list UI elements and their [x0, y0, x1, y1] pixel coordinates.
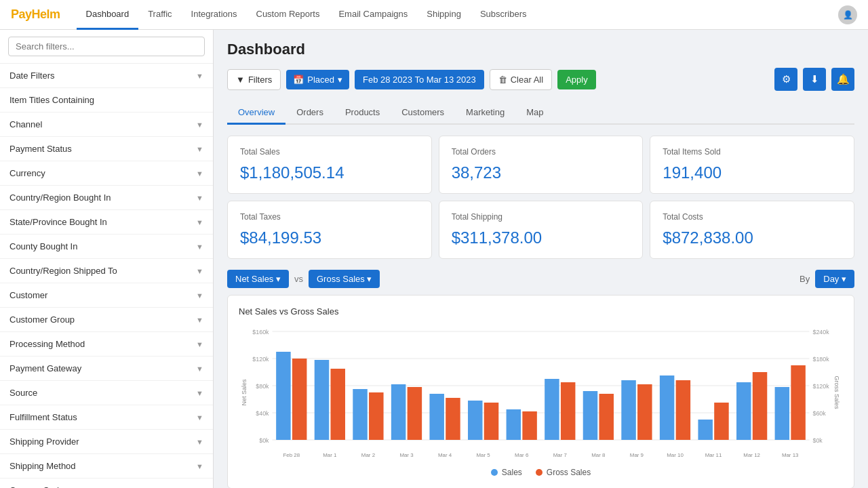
- nav-link-shipping[interactable]: Shipping: [417, 0, 471, 30]
- chevron-icon: ▼: [196, 194, 203, 202]
- nav-link-email-campaigns[interactable]: Email Campaigns: [329, 0, 417, 30]
- settings-icon-button[interactable]: ⚙: [774, 68, 797, 91]
- svg-text:$120k: $120k: [812, 383, 829, 390]
- metric-value: $311,378.00: [452, 228, 631, 247]
- user-avatar[interactable]: 👤: [838, 5, 857, 24]
- nav-link-dashboard[interactable]: Dashboard: [77, 0, 139, 30]
- svg-rect-55: [791, 365, 805, 440]
- tab-orders[interactable]: Orders: [285, 102, 334, 125]
- nav-link-traffic[interactable]: Traffic: [138, 0, 181, 30]
- bell-icon-button[interactable]: 🔔: [831, 68, 854, 91]
- date-picker[interactable]: 📅 Placed ▾: [286, 70, 349, 89]
- day-button[interactable]: Day ▾: [815, 270, 854, 288]
- vs-text: vs: [294, 274, 303, 284]
- legend-sales: Sales: [491, 468, 522, 477]
- date-range-display[interactable]: Feb 28 2023 To Mar 13 2023: [355, 70, 484, 89]
- filter-list: Date Filters▼Item Titles ContainingChann…: [0, 64, 213, 488]
- metric-value: 38,723: [452, 163, 631, 182]
- nav-link-custom-reports[interactable]: Custom Reports: [247, 0, 330, 30]
- chevron-icon: ▼: [196, 413, 203, 422]
- day-label: Day: [823, 274, 839, 284]
- chart-svg: $0k$0k$40k$60k$80k$120k$120k$180k$160k$2…: [239, 325, 843, 460]
- svg-text:$0k: $0k: [259, 437, 269, 444]
- filter-item-customer-group[interactable]: Customer Group▼: [0, 308, 213, 332]
- metric-value: $84,199.53: [240, 228, 419, 247]
- svg-text:Gross Sales: Gross Sales: [833, 376, 840, 409]
- search-input[interactable]: [8, 37, 205, 56]
- filter-item-customer[interactable]: Customer▼: [0, 283, 213, 308]
- filter-item-processing-method[interactable]: Processing Method▼: [0, 332, 213, 357]
- nav-link-integrations[interactable]: Integrations: [182, 0, 247, 30]
- filter-label: Country/Region Bought In: [9, 192, 111, 203]
- apply-button[interactable]: Apply: [557, 70, 596, 89]
- filter-item-coupon-code[interactable]: Coupon Code▼: [0, 479, 213, 488]
- filter-label: Shipping Method: [9, 461, 76, 471]
- metric-label: Total Costs: [663, 212, 842, 222]
- svg-text:Mar 1: Mar 1: [323, 452, 337, 458]
- svg-text:Mar 2: Mar 2: [361, 452, 376, 458]
- tab-overview[interactable]: Overview: [227, 102, 285, 125]
- sidebar-search-container: [0, 30, 213, 64]
- filter-label: Customer Group: [9, 314, 75, 325]
- page-title: Dashboard: [227, 41, 854, 58]
- filter-label: Country/Region Shipped To: [9, 266, 117, 276]
- metric-label: Total Sales: [240, 147, 419, 157]
- filter-label: County Bought In: [9, 241, 77, 251]
- filter-item-fulfillment-status[interactable]: Fulfillment Status▼: [0, 405, 213, 430]
- filter-item-country-region-bought[interactable]: Country/Region Bought In▼: [0, 186, 213, 210]
- filter-item-currency[interactable]: Currency▼: [0, 161, 213, 186]
- clear-all-button[interactable]: 🗑 Clear All: [490, 69, 552, 90]
- filter-label: State/Province Bought In: [9, 217, 107, 227]
- tab-map[interactable]: Map: [515, 102, 554, 125]
- filter-item-county-bought[interactable]: County Bought In▼: [0, 235, 213, 259]
- svg-rect-27: [429, 394, 443, 440]
- net-sales-button[interactable]: Net Sales ▾: [227, 270, 289, 288]
- tab-products[interactable]: Products: [334, 102, 391, 125]
- filter-item-country-shipped[interactable]: Country/Region Shipped To▼: [0, 259, 213, 283]
- filter-item-payment-gateway[interactable]: Payment Gateway▼: [0, 357, 213, 381]
- svg-rect-28: [446, 398, 460, 440]
- chevron-icon: ▼: [196, 267, 203, 275]
- svg-text:Mar 8: Mar 8: [591, 452, 606, 458]
- chevron-icon: ▼: [196, 365, 203, 373]
- apply-label: Apply: [566, 75, 588, 85]
- filter-item-shipping-provider[interactable]: Shipping Provider▼: [0, 430, 213, 454]
- download-icon-button[interactable]: ⬇: [803, 68, 826, 91]
- svg-rect-33: [507, 409, 521, 440]
- chevron-icon: ▼: [196, 316, 203, 324]
- legend-gross: Gross Sales: [536, 468, 591, 477]
- gross-sales-button[interactable]: Gross Sales ▾: [309, 270, 380, 288]
- legend-sales-label: Sales: [502, 468, 522, 477]
- filter-item-date-filters[interactable]: Date Filters▼: [0, 64, 213, 88]
- chart-controls: Net Sales ▾ vs Gross Sales ▾ By Day ▾: [227, 270, 854, 288]
- net-sales-label: Net Sales: [235, 274, 273, 284]
- filter-item-channel[interactable]: Channel▼: [0, 113, 213, 137]
- filter-item-item-titles[interactable]: Item Titles Containing: [0, 88, 213, 113]
- metric-value: 191,400: [663, 163, 842, 182]
- tab-customers[interactable]: Customers: [391, 102, 455, 125]
- by-label-text: By: [800, 274, 810, 284]
- chevron-icon: ▼: [196, 121, 203, 129]
- chevron-icon: ▼: [196, 462, 203, 470]
- chevron-icon: ▼: [196, 169, 203, 178]
- legend-blue-dot: [491, 469, 498, 476]
- chevron-icon: ▼: [196, 438, 203, 446]
- filter-item-state-province[interactable]: State/Province Bought In▼: [0, 210, 213, 235]
- svg-rect-54: [775, 387, 789, 440]
- filter-item-payment-status[interactable]: Payment Status▼: [0, 137, 213, 161]
- svg-rect-16: [292, 359, 307, 440]
- svg-text:$0k: $0k: [812, 437, 823, 444]
- tab-marketing[interactable]: Marketing: [455, 102, 515, 125]
- chevron-icon: ▼: [196, 72, 203, 80]
- toolbar: ▼ Filters 📅 Placed ▾ Feb 28 2023 To Mar …: [227, 68, 854, 91]
- filter-item-source[interactable]: Source▼: [0, 381, 213, 405]
- svg-rect-51: [736, 382, 751, 440]
- svg-rect-46: [676, 380, 690, 440]
- filter-item-shipping-method[interactable]: Shipping Method▼: [0, 454, 213, 479]
- nav-link-subscribers[interactable]: Subscribers: [471, 0, 536, 30]
- filter-label: Source: [9, 388, 37, 398]
- filters-button[interactable]: ▼ Filters: [227, 69, 281, 90]
- gross-sales-label: Gross Sales: [317, 274, 365, 284]
- filter-label: Item Titles Containing: [9, 95, 94, 105]
- svg-rect-24: [391, 384, 406, 440]
